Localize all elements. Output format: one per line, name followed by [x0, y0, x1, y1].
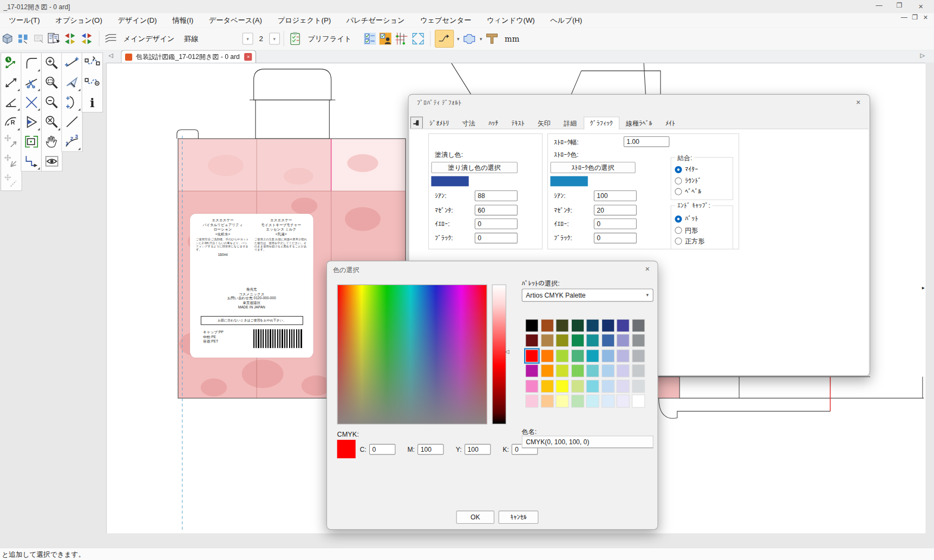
tool-add-line[interactable]: [62, 53, 81, 73]
join-radio-2[interactable]: ﾍﾞﾍﾞﾙ: [671, 187, 731, 197]
palette-swatch-22[interactable]: [617, 350, 629, 362]
palette-swatch-12[interactable]: [587, 335, 599, 347]
prop-tab-7[interactable]: 線種ﾗﾍﾞﾙ: [619, 117, 659, 130]
cmyk-field-input-1[interactable]: 100: [417, 444, 443, 455]
close-button[interactable]: ×: [912, 2, 929, 11]
standards-icon[interactable]: [16, 30, 30, 47]
cap-radio-2[interactable]: 正方形: [671, 236, 731, 247]
palette-swatch-42[interactable]: [556, 395, 568, 407]
mdi-restore-button[interactable]: ❐: [909, 13, 921, 21]
prop-tab-2[interactable]: ﾊｯﾁ: [482, 117, 505, 130]
cap-radio-0[interactable]: ﾊﾞｯﾄ: [671, 214, 731, 225]
tool-point-edit[interactable]: [82, 73, 102, 92]
plumb-icon[interactable]: [485, 30, 499, 47]
tool-measure-angle[interactable]: [1, 93, 21, 112]
palette-swatch-20[interactable]: [587, 350, 599, 362]
tool-bezier-edit[interactable]: [82, 53, 102, 73]
color-gradient-field[interactable]: [337, 285, 487, 425]
stroke-row-input-2[interactable]: 0: [594, 219, 637, 229]
checklist-icon[interactable]: [363, 30, 377, 47]
menu-item-project[interactable]: プロジェクト(P): [277, 13, 331, 27]
minimize-button[interactable]: —: [871, 2, 887, 9]
palette-swatch-15[interactable]: [632, 335, 644, 347]
pin-dialog-button[interactable]: [410, 117, 423, 129]
spec-sheet-icon[interactable]: [47, 30, 61, 47]
fill-row-input-2[interactable]: 0: [475, 219, 518, 229]
menu-item-option[interactable]: オプション(O): [55, 13, 102, 27]
preflight-icon[interactable]: [288, 30, 302, 47]
line-style-dropdown[interactable]: ▾: [269, 33, 280, 45]
palette-swatch-17[interactable]: [541, 350, 553, 362]
palette-swatch-46[interactable]: [617, 395, 629, 407]
palette-swatch-41[interactable]: [541, 395, 553, 407]
palette-swatch-37[interactable]: [602, 380, 614, 392]
stroke-row-input-1[interactable]: 20: [594, 205, 637, 215]
mdi-minimize-button[interactable]: —: [898, 13, 910, 21]
palette-dropdown[interactable]: Artios CMYK Palette ▾: [522, 289, 654, 302]
tool-measure-distance[interactable]: [1, 73, 21, 92]
document-tab[interactable]: 包装設計図鑑_17-012開き図 - 0 ard ×: [121, 50, 256, 63]
tool-sequence-numbers[interactable]: 123: [62, 131, 81, 151]
palette-swatch-4[interactable]: [587, 320, 599, 332]
palette-swatch-18[interactable]: [556, 350, 568, 362]
palette-swatch-1[interactable]: [541, 320, 553, 332]
palette-swatch-2[interactable]: [556, 320, 568, 332]
stamp-icon[interactable]: [31, 30, 45, 47]
cap-radio-circle-2[interactable]: [675, 238, 682, 245]
palette-swatch-23[interactable]: [632, 350, 644, 362]
tool-polyline-arrow[interactable]: [22, 151, 41, 170]
tool-zoom-in[interactable]: [42, 53, 61, 73]
palette-swatch-30[interactable]: [617, 365, 629, 377]
palette-swatch-25[interactable]: [541, 365, 553, 377]
mdi-close-button[interactable]: ×: [919, 13, 931, 22]
menu-item-webcenter[interactable]: ウェブセンター: [420, 13, 471, 27]
stroke-row-input-0[interactable]: 100: [594, 190, 637, 201]
tool-add-arc[interactable]: [62, 93, 81, 112]
palette-swatch-33[interactable]: [541, 380, 553, 392]
palette-swatch-45[interactable]: [602, 395, 614, 407]
palette-swatch-35[interactable]: [571, 380, 583, 392]
prop-tab-3[interactable]: ﾃｷｽﾄ: [505, 117, 531, 130]
palette-swatch-39[interactable]: [632, 380, 644, 392]
line-direction-icon[interactable]: [435, 30, 454, 48]
palette-swatch-24[interactable]: [526, 365, 538, 377]
choose-fill-color-button[interactable]: 塗り潰し色の選択: [431, 162, 518, 173]
cmyk-field-input-2[interactable]: 100: [465, 444, 491, 455]
palette-swatch-16[interactable]: [526, 350, 538, 362]
color-dialog-close-icon[interactable]: ×: [642, 264, 653, 273]
palette-swatch-21[interactable]: [602, 350, 614, 362]
tool-measure-clock[interactable]: [1, 53, 21, 73]
menu-item-design[interactable]: デザイン(D): [117, 13, 156, 27]
join-radio-circle-1[interactable]: [675, 177, 682, 184]
prop-tab-5[interactable]: 詳細: [557, 117, 583, 130]
layers-icon[interactable]: [103, 30, 117, 47]
rebuild-arrows-icon[interactable]: [63, 30, 79, 47]
stroke-row-input-3[interactable]: 0: [594, 233, 637, 243]
cap-radio-circle-1[interactable]: [675, 227, 682, 234]
tool-move-dashed-disabled[interactable]: [1, 171, 21, 190]
stroke-width-input[interactable]: 1.00: [624, 136, 670, 147]
shade-slider[interactable]: [492, 285, 506, 425]
tool-zoom-extents[interactable]: [42, 112, 61, 131]
palette-swatch-47[interactable]: [632, 395, 644, 407]
palette-swatch-3[interactable]: [571, 320, 583, 332]
tool-move-copy-disabled[interactable]: [1, 151, 21, 170]
palette-swatch-11[interactable]: [571, 335, 583, 347]
palette-swatch-38[interactable]: [617, 380, 629, 392]
prop-tab-0[interactable]: ｼﾞｵﾒﾄﾘ: [423, 117, 456, 130]
menu-item-database[interactable]: データベース(A): [209, 13, 262, 27]
cmyk-field-input-0[interactable]: 0: [369, 444, 395, 455]
palette-swatch-32[interactable]: [526, 380, 538, 392]
choose-stroke-color-button[interactable]: ｽﾄﾛｰｸ色の選択: [550, 162, 635, 173]
tab-close-button[interactable]: ×: [245, 53, 252, 61]
menu-item-help[interactable]: ヘルプ(H): [550, 13, 582, 27]
properties-dialog-close-icon[interactable]: ×: [853, 97, 864, 107]
tool-arrowhead[interactable]: [22, 112, 41, 131]
tool-select-box[interactable]: [22, 131, 41, 151]
line-direction-dropdown[interactable]: ▾: [457, 36, 459, 42]
palette-swatch-26[interactable]: [556, 365, 568, 377]
palette-swatch-34[interactable]: [556, 380, 568, 392]
palette-swatch-8[interactable]: [526, 335, 538, 347]
fit-view-icon[interactable]: [410, 30, 426, 47]
palette-swatch-19[interactable]: [571, 350, 583, 362]
